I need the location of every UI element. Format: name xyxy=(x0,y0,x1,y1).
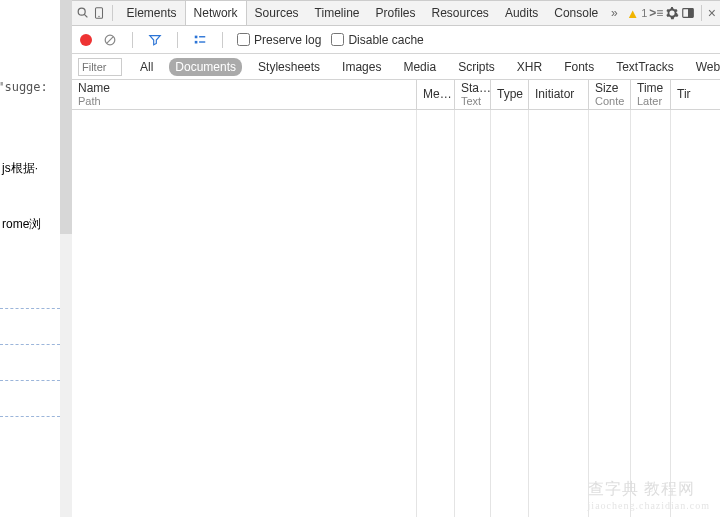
divider xyxy=(132,32,133,48)
column-type-head: Type xyxy=(497,88,522,101)
column-name-sub: Path xyxy=(78,95,410,108)
separator-dash xyxy=(0,344,60,345)
preserve-log-checkbox[interactable]: Preserve log xyxy=(237,33,321,47)
disable-cache-label: Disable cache xyxy=(348,33,423,47)
column-initiator-head: Initiator xyxy=(535,88,582,101)
column-time-head: Time xyxy=(637,82,664,95)
page-left-gutter: ="sugge: js根据· rome浏 xyxy=(0,0,62,517)
svg-rect-10 xyxy=(195,40,198,43)
tab-profiles[interactable]: Profiles xyxy=(368,1,424,25)
dock-icon[interactable] xyxy=(681,5,695,21)
column-size-head: Size xyxy=(595,82,624,95)
column-timeline-head: Tir xyxy=(677,88,714,101)
svg-rect-8 xyxy=(195,35,198,38)
network-toolbar: Preserve log Disable cache xyxy=(72,26,720,54)
grid-col-timeline xyxy=(671,110,720,517)
preserve-log-input[interactable] xyxy=(237,33,250,46)
overflow-icon[interactable]: » xyxy=(606,5,622,21)
filter-media[interactable]: Media xyxy=(397,58,442,76)
clear-icon[interactable] xyxy=(102,32,118,48)
tab-sources[interactable]: Sources xyxy=(247,1,307,25)
close-icon[interactable]: × xyxy=(708,5,716,21)
tab-network[interactable]: Network xyxy=(185,1,247,25)
column-time-sub: Later xyxy=(637,95,664,108)
svg-point-0 xyxy=(78,8,85,15)
separator-dash xyxy=(0,308,60,309)
divider xyxy=(222,32,223,48)
scrollbar-thumb[interactable] xyxy=(60,0,72,234)
disable-cache-checkbox[interactable]: Disable cache xyxy=(331,33,423,47)
svg-line-1 xyxy=(84,14,87,17)
svg-rect-11 xyxy=(199,41,205,42)
tab-timeline[interactable]: Timeline xyxy=(307,1,368,25)
tab-audits[interactable]: Audits xyxy=(497,1,546,25)
column-type[interactable]: Type xyxy=(491,80,529,109)
column-status-head: Sta… xyxy=(461,82,484,95)
tab-elements[interactable]: Elements xyxy=(119,1,185,25)
filter-input[interactable] xyxy=(78,58,122,76)
column-status-sub: Text xyxy=(461,95,484,108)
devtools-tabbar: ElementsNetworkSourcesTimelineProfilesRe… xyxy=(72,0,720,26)
network-column-headers: Name Path Me… Sta… Text Type Initiator S… xyxy=(72,80,720,110)
filter-texttracks[interactable]: TextTracks xyxy=(610,58,680,76)
filter-all[interactable]: All xyxy=(134,58,159,76)
watermark: 查字典 教程网 jiaocheng.chazidian.com xyxy=(588,479,710,511)
filter-scripts[interactable]: Scripts xyxy=(452,58,501,76)
grid-col-name xyxy=(72,110,417,517)
watermark-sub: jiaocheng.chazidian.com xyxy=(588,500,710,511)
filter-fonts[interactable]: Fonts xyxy=(558,58,600,76)
svg-line-7 xyxy=(107,36,113,42)
svg-point-3 xyxy=(98,16,99,17)
warnings-badge[interactable]: ▲ 1 xyxy=(626,6,647,21)
tab-resources[interactable]: Resources xyxy=(424,1,497,25)
filter-websockets[interactable]: WebSockets xyxy=(690,58,720,76)
device-icon[interactable] xyxy=(92,5,106,21)
filter-documents[interactable]: Documents xyxy=(169,58,242,76)
watermark-main: 查字典 教程网 xyxy=(588,480,695,497)
large-rows-icon[interactable] xyxy=(192,32,208,48)
warning-count: 1 xyxy=(641,7,647,19)
column-name[interactable]: Name Path xyxy=(72,80,417,109)
grid-col-size xyxy=(589,110,631,517)
preserve-log-label: Preserve log xyxy=(254,33,321,47)
filter-icon[interactable] xyxy=(147,32,163,48)
devtools-panel: ElementsNetworkSourcesTimelineProfilesRe… xyxy=(72,0,720,517)
grid-col-time xyxy=(631,110,671,517)
filter-images[interactable]: Images xyxy=(336,58,387,76)
show-drawer-icon[interactable]: >≡ xyxy=(649,5,663,21)
column-method[interactable]: Me… xyxy=(417,80,455,109)
tabs-container: ElementsNetworkSourcesTimelineProfilesRe… xyxy=(119,1,623,25)
column-initiator[interactable]: Initiator xyxy=(529,80,589,109)
code-snippet: ="sugge: xyxy=(0,80,48,94)
column-time[interactable]: Time Later xyxy=(631,80,671,109)
settings-icon[interactable] xyxy=(665,5,679,21)
warning-icon: ▲ xyxy=(626,6,639,21)
related-link-2[interactable]: rome浏 xyxy=(2,216,41,233)
filter-stylesheets[interactable]: Stylesheets xyxy=(252,58,326,76)
record-button[interactable] xyxy=(80,34,92,46)
disable-cache-input[interactable] xyxy=(331,33,344,46)
divider xyxy=(177,32,178,48)
column-name-head: Name xyxy=(78,82,410,95)
divider xyxy=(112,5,113,21)
grid-col-status xyxy=(455,110,491,517)
inspect-icon[interactable] xyxy=(76,5,90,21)
grid-col-initiator xyxy=(529,110,589,517)
column-status[interactable]: Sta… Text xyxy=(455,80,491,109)
column-size[interactable]: Size Conte xyxy=(589,80,631,109)
network-filterbar: AllDocumentsStylesheetsImagesMediaScript… xyxy=(72,54,720,80)
column-size-sub: Conte xyxy=(595,95,624,108)
filter-xhr[interactable]: XHR xyxy=(511,58,548,76)
network-grid-body xyxy=(72,110,720,517)
grid-col-method xyxy=(417,110,455,517)
separator-dash xyxy=(0,416,60,417)
column-method-head: Me… xyxy=(423,88,448,101)
svg-rect-5 xyxy=(688,9,693,18)
separator-dash xyxy=(0,380,60,381)
column-timeline[interactable]: Tir xyxy=(671,80,720,109)
grid-col-type xyxy=(491,110,529,517)
svg-rect-9 xyxy=(199,36,205,37)
tab-console[interactable]: Console xyxy=(546,1,606,25)
divider xyxy=(701,5,702,21)
related-link-1[interactable]: js根据· xyxy=(2,160,38,177)
